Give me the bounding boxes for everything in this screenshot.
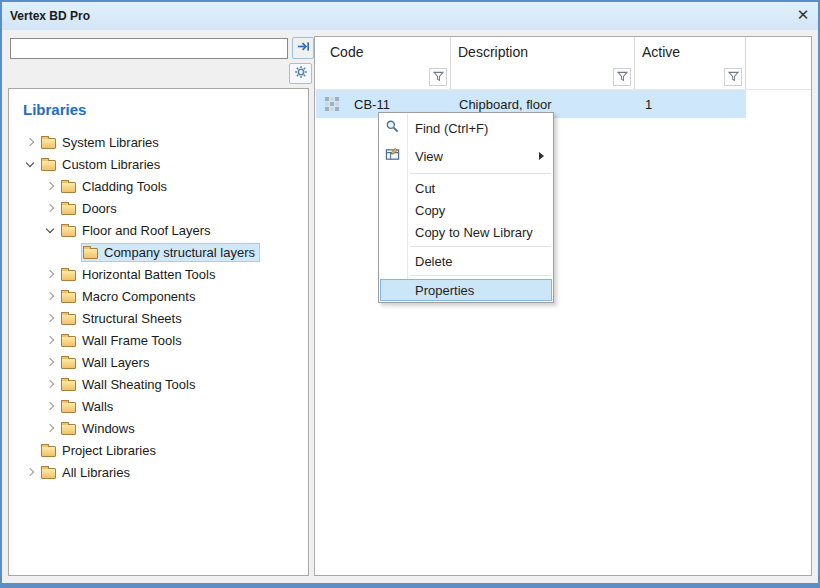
library-tree-panel: Libraries System Libraries Custom Librar… bbox=[8, 88, 309, 576]
tree-item-system-libraries[interactable]: System Libraries bbox=[9, 131, 308, 153]
tree-item-label: Horizontal Batten Tools bbox=[82, 267, 215, 282]
folder-icon bbox=[61, 314, 76, 325]
folder-icon bbox=[61, 358, 76, 369]
folder-icon bbox=[61, 336, 76, 347]
chevron-right-icon[interactable] bbox=[23, 469, 39, 475]
column-header-active[interactable]: Active bbox=[642, 44, 680, 60]
chevron-right-icon[interactable] bbox=[43, 293, 59, 299]
folder-icon bbox=[41, 138, 56, 149]
tree-item-cladding-tools[interactable]: Cladding Tools bbox=[9, 175, 308, 197]
tree-item-structural-sheets[interactable]: Structural Sheets bbox=[9, 307, 308, 329]
menu-item-delete[interactable]: Delete bbox=[379, 250, 553, 272]
tree-item-walls[interactable]: Walls bbox=[9, 395, 308, 417]
tree-item-horizontal-batten-tools[interactable]: Horizontal Batten Tools bbox=[9, 263, 308, 285]
tree-item-windows[interactable]: Windows bbox=[9, 417, 308, 439]
gear-icon bbox=[294, 65, 308, 82]
chevron-right-icon[interactable] bbox=[43, 381, 59, 387]
folder-icon bbox=[41, 446, 56, 457]
chevron-down-icon[interactable] bbox=[23, 163, 39, 166]
tree-item-label: Company structural layers bbox=[104, 245, 255, 260]
folder-icon bbox=[61, 270, 76, 281]
search-input[interactable] bbox=[10, 38, 288, 59]
chevron-right-icon[interactable] bbox=[43, 359, 59, 365]
cell-active: 1 bbox=[645, 97, 652, 112]
tree-item-project-libraries[interactable]: Project Libraries bbox=[9, 439, 308, 461]
tree-item-label: Macro Components bbox=[82, 289, 195, 304]
folder-icon bbox=[61, 380, 76, 391]
menu-item-find[interactable]: Find (Ctrl+F) bbox=[379, 114, 553, 142]
chevron-right-icon[interactable] bbox=[43, 205, 59, 211]
tree-item-floor-and-roof-layers[interactable]: Floor and Roof Layers bbox=[9, 219, 308, 241]
folder-icon bbox=[41, 160, 56, 171]
chevron-right-icon[interactable] bbox=[43, 425, 59, 431]
tree-item-label: All Libraries bbox=[62, 465, 130, 480]
tree-item-macro-components[interactable]: Macro Components bbox=[9, 285, 308, 307]
menu-item-label: Delete bbox=[415, 254, 453, 269]
tree-item-company-structural-layers[interactable]: Company structural layers bbox=[9, 241, 308, 263]
folder-icon bbox=[61, 226, 76, 237]
menu-item-view[interactable]: View bbox=[379, 142, 553, 170]
filter-icon bbox=[617, 70, 628, 85]
tree-item-label: Walls bbox=[82, 399, 113, 414]
submenu-arrow-icon bbox=[539, 152, 544, 160]
menu-item-label: Find (Ctrl+F) bbox=[415, 121, 488, 136]
folder-icon bbox=[61, 424, 76, 435]
tree-item-doors[interactable]: Doors bbox=[9, 197, 308, 219]
tree-item-wall-frame-tools[interactable]: Wall Frame Tools bbox=[9, 329, 308, 351]
tree-item-label: Doors bbox=[82, 201, 117, 216]
title-bar: Vertex BD Pro ✕ bbox=[2, 2, 818, 30]
tree-item-wall-sheating-tools[interactable]: Wall Sheating Tools bbox=[9, 373, 308, 395]
tree-item-wall-layers[interactable]: Wall Layers bbox=[9, 351, 308, 373]
menu-item-label: Copy to New Library bbox=[415, 225, 533, 240]
menu-item-label: Cut bbox=[415, 181, 435, 196]
tree-item-label: Cladding Tools bbox=[82, 179, 167, 194]
menu-item-cut[interactable]: Cut bbox=[379, 177, 553, 199]
tree-item-custom-libraries[interactable]: Custom Libraries bbox=[9, 153, 308, 175]
window-title: Vertex BD Pro bbox=[10, 9, 90, 23]
close-icon[interactable]: ✕ bbox=[794, 6, 812, 24]
menu-item-label: View bbox=[415, 149, 443, 164]
tree-item-label: Wall Frame Tools bbox=[82, 333, 182, 348]
search-go-button[interactable] bbox=[292, 37, 314, 59]
chevron-right-icon[interactable] bbox=[43, 271, 59, 277]
menu-item-copy-to-new-library[interactable]: Copy to New Library bbox=[379, 221, 553, 243]
menu-separator bbox=[410, 246, 551, 247]
filter-icon bbox=[433, 70, 444, 85]
menu-item-label: Properties bbox=[415, 283, 474, 298]
tree-item-all-libraries[interactable]: All Libraries bbox=[9, 461, 308, 483]
menu-item-copy[interactable]: Copy bbox=[379, 199, 553, 221]
filter-button-description[interactable] bbox=[613, 68, 631, 86]
tree-item-label: System Libraries bbox=[62, 135, 159, 150]
filter-icon bbox=[728, 70, 739, 85]
folder-icon bbox=[61, 292, 76, 303]
tree-item-label: Structural Sheets bbox=[82, 311, 182, 326]
view-icon bbox=[385, 147, 400, 165]
chevron-right-icon[interactable] bbox=[43, 315, 59, 321]
menu-separator bbox=[410, 173, 551, 174]
libraries-heading: Libraries bbox=[23, 101, 86, 118]
tree-item-label: Windows bbox=[82, 421, 135, 436]
folder-icon bbox=[61, 182, 76, 193]
cell-description: Chipboard, floor bbox=[459, 97, 552, 112]
app-window: Vertex BD Pro ✕ Libraries bbox=[0, 0, 820, 588]
chevron-down-icon[interactable] bbox=[43, 229, 59, 232]
context-menu: Find (Ctrl+F) View Cut Copy Copy to New … bbox=[378, 112, 554, 303]
menu-separator bbox=[410, 275, 551, 276]
chevron-right-icon[interactable] bbox=[43, 183, 59, 189]
tree-item-label: Custom Libraries bbox=[62, 157, 160, 172]
filter-button-active[interactable] bbox=[724, 68, 742, 86]
chevron-right-icon[interactable] bbox=[23, 139, 39, 145]
chevron-right-icon[interactable] bbox=[43, 403, 59, 409]
folder-icon bbox=[61, 402, 76, 413]
folder-icon bbox=[61, 204, 76, 215]
folder-icon bbox=[83, 248, 98, 259]
menu-item-properties[interactable]: Properties bbox=[380, 279, 552, 301]
settings-button[interactable] bbox=[289, 63, 312, 84]
column-header-code[interactable]: Code bbox=[330, 44, 363, 60]
column-header-description[interactable]: Description bbox=[458, 44, 528, 60]
filter-button-code[interactable] bbox=[429, 68, 447, 86]
tree-item-label: Floor and Roof Layers bbox=[82, 223, 211, 238]
menu-item-label: Copy bbox=[415, 203, 445, 218]
chevron-right-icon[interactable] bbox=[43, 337, 59, 343]
folder-icon bbox=[41, 468, 56, 479]
